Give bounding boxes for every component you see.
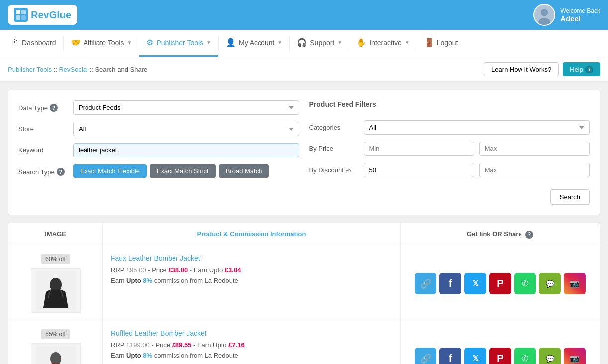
nav-item-my-account[interactable]: 👤 My Account ▼ [219,30,289,57]
data-type-help-icon[interactable]: ? [50,104,58,112]
categories-row: Categories All [309,120,590,135]
help-label: Help [570,66,583,73]
broad-match-button[interactable]: Broad Match [219,164,269,178]
logo[interactable]: RevGlue [8,5,77,25]
breadcrumb-revsocial[interactable]: RevSocial [59,66,88,73]
keyword-input[interactable] [73,143,299,157]
filter-right: Product Feed Filters Categories All By P… [309,100,590,205]
col-share: Get link OR Share ? [401,223,600,246]
breadcrumb: Publisher Tools :: RevSocial :: Search a… [8,66,147,73]
help-circle-icon: ℹ [585,66,593,73]
image-cell-2: 55% off [8,321,103,364]
nav-item-logout[interactable]: 🚪 Logout [417,30,465,57]
share-wechat-1[interactable]: 💬 [539,273,561,294]
help-button[interactable]: Help ℹ [563,62,600,76]
chevron-affiliate: ▼ [127,40,132,45]
price-2: £89.55 [172,341,192,349]
product-image-1 [31,268,81,313]
rrp-1: £95.00 [126,266,146,274]
by-price-label: By Price [309,145,359,152]
by-discount-label: By Discount % [309,166,359,174]
nav-item-interactive[interactable]: ✋ Interactive ▼ [349,30,417,57]
categories-select[interactable]: All [364,120,590,135]
svg-rect-2 [16,15,20,20]
logo-icon [14,8,28,22]
share-instagram-2[interactable]: 📷 [564,348,586,364]
rrp-2: £199.00 [126,341,150,349]
price-info-1: RRP £95.00 - Price £38.00 - Earn Upto £3… [111,266,392,274]
share-wechat-2[interactable]: 💬 [539,348,561,364]
search-type-help-icon[interactable]: ? [57,168,65,176]
chevron-account: ▼ [277,40,282,45]
data-type-select[interactable]: Product Feeds Voucher Codes Cashback [73,100,299,115]
filter-right-inner: Categories All By Price By Discount % [309,120,590,205]
info-cell-1: Faux Leather Bomber Jacket RRP £95.00 - … [103,246,401,321]
share-twitter-2[interactable]: 𝕏 [464,348,486,364]
search-type-buttons: Exact Match Flexible Exact Match Strict … [73,164,269,178]
share-help-icon[interactable]: ? [525,231,533,239]
product-image-2 [31,343,81,364]
share-link-2[interactable]: 🔗 [415,348,436,364]
nav-item-affiliate-tools[interactable]: 🤝 Affiliate Tools ▼ [64,30,139,57]
nav-item-dashboard[interactable]: ⏱ Dashboard [4,30,63,57]
earn-1: £3.04 [225,266,241,274]
nav-item-publisher-tools[interactable]: ⚙ Publisher Tools ▼ [139,30,218,57]
nav-label-dashboard: Dashboard [22,39,56,47]
share-instagram-1[interactable]: 📷 [564,273,586,294]
breadcrumb-publisher[interactable]: Publisher Tools [8,66,52,73]
welcome-text: Welcome Back Adeel [560,7,600,23]
avatar [533,4,555,26]
commission-store-2: commission from La Redoute [154,352,238,359]
store-select[interactable]: All [73,122,299,136]
share-whatsapp-2[interactable]: ✆ [514,348,536,364]
search-btn-row: Search [309,189,590,205]
share-cell-2: 🔗 f 𝕏 P ✆ 💬 📷 [401,321,600,364]
nav-label-publisher: Publisher Tools [156,39,203,47]
chevron-publisher: ▼ [206,40,211,45]
nav-item-support[interactable]: 🎧 Support ▼ [290,30,349,57]
results-header: IMAGE Product & Commission Information G… [8,223,600,246]
search-button[interactable]: Search [550,189,590,205]
share-pinterest-1[interactable]: P [489,273,511,294]
store-row: Store All [18,122,299,136]
header: RevGlue Welcome Back Adeel [0,0,608,30]
col-image: IMAGE [8,223,103,246]
nav-label-affiliate: Affiliate Tools [84,39,124,47]
by-discount-row: By Discount % [309,163,590,177]
nav-label-logout: Logout [437,39,458,47]
price-1: £38.00 [168,266,188,274]
by-price-row: By Price [309,142,590,156]
product-title-1: Faux Leather Bomber Jacket [111,254,392,262]
table-row: 60% off Faux Leather Bomber Jacket RRP £… [8,246,600,321]
share-pinterest-2[interactable]: P [489,348,511,364]
price-min-input[interactable] [364,142,474,156]
product-title-2: Ruffled Leather Bomber Jacket [111,329,392,337]
logo-name: RevGlue [31,9,71,21]
categories-label: Categories [309,124,359,131]
discount-max-input[interactable] [479,163,590,177]
learn-how-button[interactable]: Learn How It Works? [484,62,559,76]
chevron-interactive: ▼ [405,40,410,45]
svg-point-5 [541,9,548,16]
account-icon: 👤 [226,38,236,47]
discount-badge-1: 60% off [41,254,69,264]
share-facebook-2[interactable]: f [439,348,461,364]
image-cell-1: 60% off [8,246,103,321]
exact-flexible-button[interactable]: Exact Match Flexible [73,164,147,178]
earn-2: £7.16 [228,341,245,349]
welcome-label: Welcome Back [560,7,600,14]
share-whatsapp-1[interactable]: ✆ [514,273,536,294]
nav-label-account: My Account [239,39,274,47]
share-twitter-1[interactable]: 𝕏 [464,273,486,294]
discount-min-input[interactable] [364,163,474,177]
data-type-row: Data Type ? Product Feeds Voucher Codes … [18,100,299,115]
svg-rect-0 [16,10,20,14]
price-info-2: RRP £199.00 - Price £89.55 - Earn Upto £… [111,341,392,349]
commission-info-2: Earn Upto 8% commission from La Redoute [111,352,392,359]
exact-strict-button[interactable]: Exact Match Strict [150,164,216,178]
share-facebook-1[interactable]: f [439,273,461,294]
share-link-1[interactable]: 🔗 [415,273,436,294]
breadcrumb-current: Search and Share [95,66,147,73]
table-row: 55% off Ruffled Leather Bomber Jacket RR… [8,321,600,364]
price-max-input[interactable] [479,142,590,156]
